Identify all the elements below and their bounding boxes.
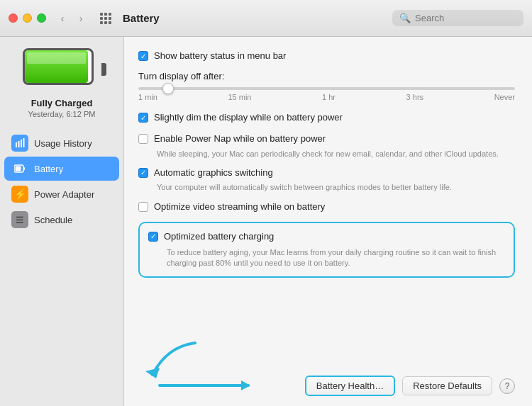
power-nap-option: Enable Power Nap while on battery power: [138, 132, 515, 145]
titlebar: ‹ › Battery 🔍: [0, 0, 532, 37]
optimize-video-option: Optimize video streaming while on batter…: [138, 201, 515, 213]
restore-defaults-button[interactable]: Restore Defaults: [402, 376, 492, 395]
close-button[interactable]: [9, 13, 18, 23]
svg-marker-7: [145, 368, 160, 378]
dim-display-option: ✓ Slightly dim the display while on batt…: [138, 111, 515, 124]
forward-button[interactable]: ›: [73, 11, 89, 26]
dim-display-label: Slightly dim the display while on batter…: [154, 111, 343, 124]
tick-1hr: 1 hr: [322, 93, 336, 101]
sidebar-nav: Usage History Battery ⚡ Power Adapter ☰: [0, 131, 123, 233]
back-button[interactable]: ‹: [55, 11, 70, 26]
optimized-charging-description: To reduce battery aging, your Mac learns…: [167, 247, 505, 269]
content-area: ✓ Show battery status in menu bar Turn d…: [124, 37, 532, 406]
search-icon: 🔍: [399, 13, 411, 23]
battery-status-label: Fully Charged: [31, 98, 93, 108]
svg-rect-1: [18, 141, 20, 147]
maximize-button[interactable]: [37, 13, 46, 23]
battery-icon: [23, 48, 101, 91]
apps-grid-icon[interactable]: [100, 13, 111, 24]
usage-history-label: Usage History: [34, 138, 92, 149]
help-button[interactable]: ?: [499, 378, 515, 394]
battery-nav-label: Battery: [34, 164, 63, 174]
svg-rect-0: [16, 142, 17, 147]
power-nap-description: While sleeping, your Mac can periodicall…: [157, 149, 515, 159]
auto-graphics-option: ✓ Automatic graphics switching: [138, 167, 515, 179]
auto-graphics-description: Your computer will automatically switch …: [157, 182, 515, 193]
sidebar: Fully Charged Yesterday, 6:12 PM Usage H…: [0, 37, 124, 406]
sidebar-item-battery[interactable]: Battery: [4, 157, 119, 181]
button-group: Battery Health… Restore Defaults ?: [305, 376, 515, 396]
tick-1min: 1 min: [138, 93, 157, 101]
power-adapter-icon: ⚡: [11, 186, 28, 203]
usage-history-icon: [11, 135, 28, 152]
optimize-video-checkbox[interactable]: [138, 202, 148, 212]
bottom-section: Battery Health… Restore Defaults ?: [138, 339, 515, 396]
tick-never: Never: [494, 93, 515, 101]
search-bar[interactable]: 🔍: [392, 10, 523, 26]
svg-marker-9: [241, 380, 250, 390]
svg-rect-5: [16, 167, 21, 171]
sidebar-item-power-adapter[interactable]: ⚡ Power Adapter: [4, 182, 119, 206]
auto-graphics-checkbox[interactable]: ✓: [138, 168, 148, 178]
arrows-container: [138, 339, 280, 396]
optimized-charging-checkbox[interactable]: ✓: [148, 232, 158, 242]
optimize-video-label: Optimize video streaming while on batter…: [154, 201, 325, 213]
power-nap-label: Enable Power Nap while on battery power: [154, 132, 326, 145]
main-container: Fully Charged Yesterday, 6:12 PM Usage H…: [0, 37, 532, 406]
tick-15min: 15 min: [228, 93, 251, 101]
minimize-button[interactable]: [23, 13, 32, 23]
battery-health-button[interactable]: Battery Health…: [305, 376, 395, 396]
schedule-icon: ☰: [11, 211, 28, 228]
sidebar-item-usage-history[interactable]: Usage History: [4, 131, 119, 155]
svg-rect-6: [23, 167, 25, 170]
slider-ticks: 1 min 15 min 1 hr 3 hrs Never: [138, 93, 515, 101]
dim-display-checkbox[interactable]: ✓: [138, 113, 148, 123]
display-off-label: Turn display off after:: [138, 71, 515, 81]
optimized-charging-section: ✓ Optimized battery charging To reduce b…: [138, 222, 515, 278]
optimized-charging-option: ✓ Optimized battery charging: [148, 230, 505, 243]
nav-arrows: ‹ ›: [55, 11, 89, 26]
schedule-label: Schedule: [34, 215, 72, 225]
battery-time-label: Yesterday, 6:12 PM: [28, 110, 96, 118]
display-off-slider[interactable]: [138, 87, 515, 90]
sidebar-item-schedule[interactable]: ☰ Schedule: [4, 208, 119, 232]
show-battery-option: ✓ Show battery status in menu bar: [138, 50, 515, 62]
arrow-graphic: [138, 339, 280, 396]
display-off-section: Turn display off after: 1 min 15 min 1 h…: [138, 71, 515, 101]
show-battery-checkbox[interactable]: ✓: [138, 51, 148, 61]
search-input[interactable]: [415, 13, 516, 23]
auto-graphics-label: Automatic graphics switching: [154, 167, 273, 179]
battery-nav-icon: [11, 160, 28, 177]
svg-rect-2: [21, 140, 22, 147]
traffic-lights: [9, 13, 46, 23]
show-battery-label: Show battery status in menu bar: [154, 50, 286, 62]
power-nap-checkbox[interactable]: [138, 134, 148, 144]
svg-rect-3: [23, 138, 25, 147]
tick-3hrs: 3 hrs: [406, 93, 423, 101]
window-title: Battery: [123, 12, 384, 24]
optimized-charging-label: Optimized battery charging: [164, 230, 274, 243]
power-adapter-label: Power Adapter: [34, 189, 94, 200]
